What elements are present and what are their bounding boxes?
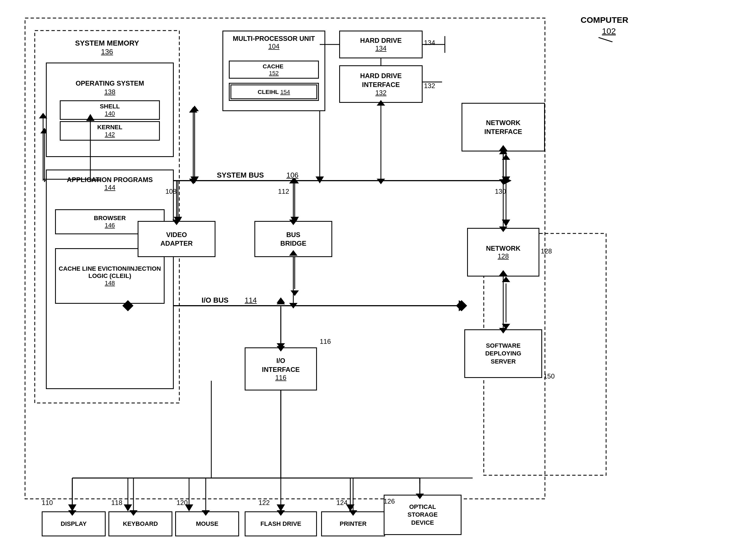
ref-124: 124 [336,499,347,507]
ref-150: 150 [544,372,555,380]
io-interface-box: I/OINTERFACE 116 [245,347,317,391]
kernel-box: KERNEL 142 [60,121,160,141]
svg-marker-94 [499,179,508,185]
operating-system-box: OPERATING SYSTEM 138 SHELL 140 KERNEL 14… [46,63,174,157]
svg-marker-9 [503,176,512,185]
ref-126: 126 [384,497,395,505]
diagram-container: COMPUTER 102 ╲ SYSTEM MEMORY 136 OPERATI… [17,11,726,548]
svg-marker-82 [276,299,285,304]
network-interface-box: NETWORKINTERFACE [461,103,545,152]
io-bus-label: I/O BUS [201,296,228,305]
svg-marker-55 [502,324,510,329]
svg-marker-26 [291,290,299,296]
computer-label: COMPUTER [581,15,628,25]
svg-marker-102 [189,107,197,113]
svg-marker-51 [502,219,510,227]
svg-marker-42 [276,505,285,511]
multi-processor-box: MULTI-PROCESSOR UNIT 104 CACHE 152 CLEIH… [222,31,325,111]
system-bus-num: 106 [286,171,298,179]
ref-132: 132 [424,82,435,90]
svg-marker-12 [190,106,199,111]
io-bus-num: 114 [245,296,257,305]
ref-120: 120 [177,499,188,507]
cache-box: CACHE 152 [229,61,319,79]
display-box: DISPLAY [42,511,106,536]
system-memory-label: SYSTEM MEMORY 136 [40,39,174,56]
ref-130: 130 [495,188,506,195]
svg-marker-103 [189,179,197,184]
svg-marker-54 [502,277,510,282]
svg-marker-11 [190,176,199,184]
svg-marker-38 [124,505,132,511]
ref-110: 110 [42,499,53,507]
ref-134: 134 [424,39,435,47]
hard-drive-interface-box: HARD DRIVEINTERFACE 132 [339,65,422,103]
system-bus-label: SYSTEM BUS [217,171,264,179]
mouse-box: MOUSE [175,511,239,536]
svg-marker-52 [502,154,510,160]
ref-128: 128 [541,247,552,255]
ref-108: 108 [165,188,177,195]
keyboard-box: KEYBOARD [108,511,172,536]
application-programs-box: APPLICATION PROGRAMS 144 BROWSER 146 CAC… [46,169,174,389]
bus-bridge-box: BUSBRIDGE [254,221,332,257]
ref-118: 118 [111,499,122,507]
svg-marker-17 [502,176,510,184]
software-deploying-server-box: SOFTWAREDEPLOYINGSERVER [464,329,542,378]
flash-drive-box: FLASH DRIVE [245,511,317,536]
printer-box: PRINTER [321,511,385,536]
svg-line-56 [211,381,281,478]
svg-marker-36 [68,505,76,511]
svg-marker-111 [456,300,467,311]
ref-112: 112 [278,188,289,195]
shell-box: SHELL 140 [60,100,160,120]
ref-116: 116 [320,338,331,346]
network-box: NETWORK 128 [467,228,540,277]
ref-122: 122 [259,499,270,507]
svg-marker-31 [276,297,285,303]
svg-marker-29 [459,300,467,311]
svg-marker-86 [289,303,297,309]
svg-marker-106 [377,179,385,184]
video-adapter-box: VIDEOADAPTER [138,221,216,257]
optical-storage-box: OPTICALSTORAGEDEVICE [384,495,461,535]
hard-drive-box: HARD DRIVE 134 [339,31,422,58]
cleihl-box: CLEIHL 154 [229,83,319,101]
svg-marker-14 [315,176,324,184]
